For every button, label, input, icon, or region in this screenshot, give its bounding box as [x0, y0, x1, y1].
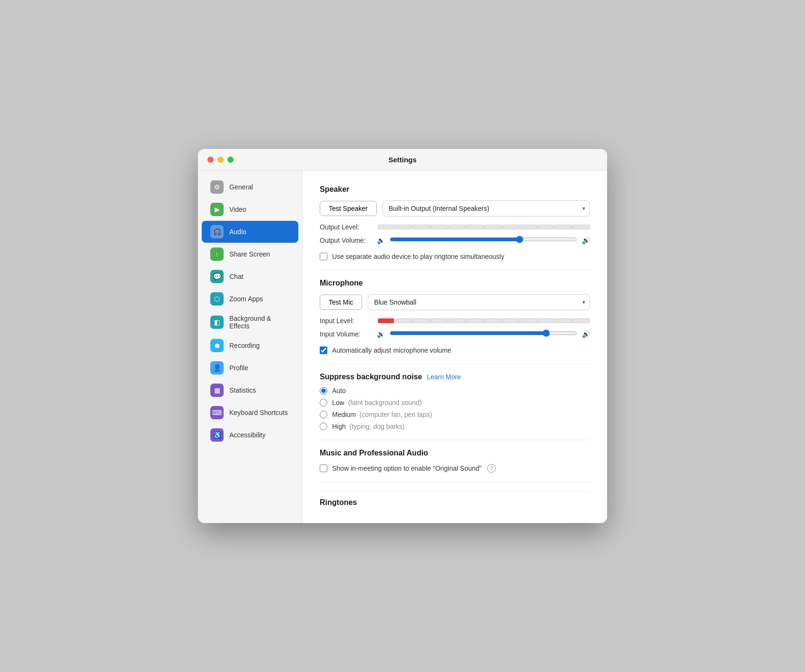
input-volume-slider-wrapper: [390, 329, 577, 339]
learn-more-link[interactable]: Learn More: [427, 373, 461, 381]
sidebar-icon-audio: 🎧: [210, 225, 224, 238]
input-level-seg-7: [484, 318, 501, 323]
output-level-seg-5: [449, 225, 465, 229]
speaker-select[interactable]: Built-in Output (Internal Speakers) Head…: [383, 200, 590, 217]
input-level-seg-2: [395, 318, 412, 323]
sidebar-item-zoom-apps[interactable]: ⬡Zoom Apps: [202, 288, 298, 310]
suppress-medium-label: Medium (computer fan, pen taps): [332, 411, 432, 418]
sidebar-item-video[interactable]: ▶Video: [202, 198, 298, 220]
suppress-auto-label: Auto: [332, 387, 346, 395]
suppress-high-hint: (typing, dog barks): [348, 423, 405, 430]
sidebar-label-general: General: [229, 183, 253, 191]
speaker-select-wrapper: Built-in Output (Internal Speakers) Head…: [383, 200, 590, 217]
input-level-seg-active-1: [378, 318, 394, 323]
input-vol-high-icon: 🔊: [582, 330, 590, 338]
sidebar-icon-chat: 💬: [210, 270, 224, 283]
close-button[interactable]: [207, 157, 214, 163]
output-level-seg-4: [431, 225, 448, 229]
sidebar-icon-general: ⚙: [210, 180, 224, 194]
sidebar-item-accessibility[interactable]: ♿Accessibility: [202, 424, 298, 446]
sidebar-icon-zoom-apps: ⬡: [210, 292, 224, 306]
suppress-high-radio[interactable]: [320, 423, 327, 430]
output-level-seg-11: [555, 225, 572, 229]
suppress-radio-group: Auto Low (faint background sound) Medium…: [320, 387, 590, 430]
minimize-button[interactable]: [217, 157, 224, 163]
output-level-seg-1: [378, 225, 394, 229]
sidebar-label-keyboard-shortcuts: Keyboard Shortcuts: [229, 409, 288, 416]
sidebar-item-keyboard-shortcuts[interactable]: ⌨Keyboard Shortcuts: [202, 402, 298, 424]
microphone-section-title: Microphone: [320, 279, 590, 287]
suppress-low-hint: (faint background sound): [346, 399, 422, 406]
maximize-button[interactable]: [227, 157, 234, 163]
sidebar-label-recording: Recording: [229, 342, 260, 349]
suppress-high-row: High (typing, dog barks): [320, 423, 590, 430]
output-level-bar: [378, 225, 590, 229]
titlebar: Settings: [198, 149, 607, 171]
test-mic-button[interactable]: Test Mic: [320, 295, 362, 310]
output-level-label: Output Level:: [320, 223, 372, 231]
mic-controls-row: Test Mic Blue Snowball Built-in Micropho…: [320, 294, 590, 310]
suppress-low-radio[interactable]: [320, 399, 327, 406]
test-speaker-button[interactable]: Test Speaker: [320, 201, 377, 216]
input-level-seg-4: [431, 318, 448, 323]
sidebar-icon-recording: ⏺: [210, 339, 224, 352]
output-level-seg-3: [413, 225, 430, 229]
sidebar-item-statistics[interactable]: ▦Statistics: [202, 379, 298, 401]
divider-4: [320, 482, 590, 483]
sidebar-label-audio: Audio: [229, 228, 246, 236]
suppress-medium-row: Medium (computer fan, pen taps): [320, 411, 590, 418]
auto-adjust-checkbox[interactable]: [320, 346, 327, 354]
output-level-seg-10: [538, 225, 554, 229]
suppress-medium-radio[interactable]: [320, 411, 327, 418]
separate-audio-label: Use separate audio device to play ringto…: [332, 253, 504, 260]
main-content: Speaker Test Speaker Built-in Output (In…: [303, 171, 607, 523]
window-title: Settings: [388, 156, 416, 164]
sidebar-icon-profile: 👤: [210, 361, 224, 375]
output-level-seg-2: [395, 225, 412, 229]
original-sound-label: Show in-meeting option to enable "Origin…: [332, 464, 481, 472]
sidebar-icon-share-screen: ↑: [210, 247, 224, 261]
input-level-label: Input Level:: [320, 317, 372, 325]
music-section-title: Music and Professional Audio: [320, 449, 590, 457]
volume-high-icon: 🔊: [582, 237, 590, 244]
sidebar-item-background-effects[interactable]: ◧Background & Effects: [202, 310, 298, 334]
output-level-seg-6: [467, 225, 483, 229]
suppress-auto-radio[interactable]: [320, 387, 327, 395]
sidebar-item-general[interactable]: ⚙General: [202, 176, 298, 198]
divider-3: [320, 440, 590, 440]
sidebar-icon-keyboard-shortcuts: ⌨: [210, 406, 224, 419]
mic-select-wrapper: Blue Snowball Built-in Microphone Extern…: [368, 294, 590, 310]
input-level-seg-3: [412, 318, 430, 323]
input-level-seg-9: [520, 318, 537, 323]
divider-1: [320, 270, 590, 270]
output-level-seg-8: [502, 225, 519, 229]
sidebar-item-recording[interactable]: ⏺Recording: [202, 335, 298, 356]
output-level-seg-7: [484, 225, 501, 229]
auto-adjust-row: Automatically adjust microphone volume: [320, 346, 590, 354]
mic-select[interactable]: Blue Snowball Built-in Microphone Extern…: [368, 294, 590, 310]
suppress-high-label: High (typing, dog barks): [332, 423, 405, 430]
input-level-row: Input Level:: [320, 317, 590, 325]
traffic-lights: [207, 157, 234, 163]
sidebar: ⚙General▶Video🎧Audio↑Share Screen💬Chat⬡Z…: [198, 171, 303, 523]
sidebar-item-profile[interactable]: 👤Profile: [202, 357, 298, 379]
output-volume-slider[interactable]: [390, 236, 577, 243]
input-level-bar: [378, 318, 590, 323]
input-volume-slider[interactable]: [390, 329, 577, 337]
original-sound-row: Show in-meeting option to enable "Origin…: [320, 464, 590, 473]
separate-audio-checkbox[interactable]: [320, 253, 327, 260]
suppress-medium-hint: (computer fan, pen taps): [358, 411, 432, 418]
original-sound-checkbox[interactable]: [320, 464, 327, 472]
suppress-low-row: Low (faint background sound): [320, 399, 590, 406]
suppress-auto-row: Auto: [320, 387, 590, 395]
speaker-controls-row: Test Speaker Built-in Output (Internal S…: [320, 200, 590, 217]
sidebar-item-audio[interactable]: 🎧Audio: [202, 221, 298, 243]
info-icon[interactable]: ?: [487, 464, 496, 473]
divider-2: [320, 364, 590, 364]
settings-window: Settings ⚙General▶Video🎧Audio↑Share Scre…: [198, 149, 607, 523]
sidebar-item-chat[interactable]: 💬Chat: [202, 266, 298, 287]
sidebar-item-share-screen[interactable]: ↑Share Screen: [202, 243, 298, 265]
sidebar-label-profile: Profile: [229, 364, 248, 372]
input-level-seg-5: [448, 318, 465, 323]
sidebar-label-zoom-apps: Zoom Apps: [229, 295, 263, 303]
